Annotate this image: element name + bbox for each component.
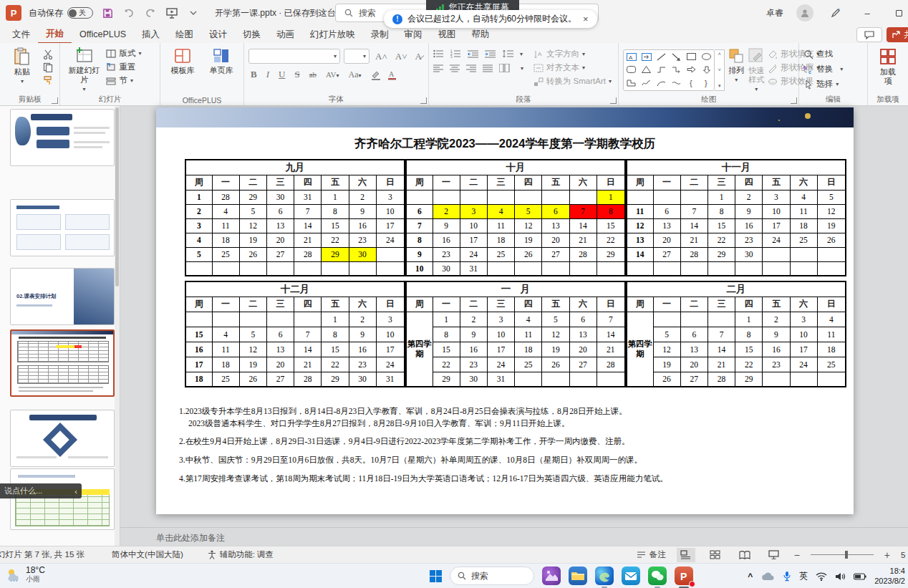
arrange-button[interactable]: 排列▾ xyxy=(728,46,745,83)
ribbon-tab-11[interactable]: 审阅 xyxy=(397,26,430,43)
task-view-icon[interactable] xyxy=(542,567,561,585)
slide-thumbnail[interactable] xyxy=(10,468,115,530)
align-center-icon[interactable] xyxy=(450,64,460,72)
slide-thumbnail[interactable]: 02.课表安排计划 xyxy=(10,268,115,325)
notes-placeholder[interactable]: 单击此处添加备注 xyxy=(156,532,225,544)
smartart-button[interactable]: 转换为 SmartArt▾ xyxy=(533,76,612,87)
clock[interactable]: 18:4 2023/8/2 xyxy=(874,567,905,587)
font-dialog-launcher[interactable] xyxy=(420,97,427,104)
normal-view-button[interactable] xyxy=(677,548,695,562)
format-painter-icon[interactable] xyxy=(43,75,53,85)
slideshow-view-button[interactable] xyxy=(765,548,783,562)
ribbon-tab-4[interactable]: 插入 xyxy=(134,26,168,43)
numbering-icon[interactable]: 123 xyxy=(450,49,461,58)
collapse-icon[interactable]: ‹ xyxy=(74,487,77,496)
slide-thumbnail[interactable] xyxy=(10,109,115,166)
weather-widget[interactable]: 18°C 小雨 xyxy=(6,566,45,583)
start-button[interactable] xyxy=(430,570,442,582)
ribbon-tab-10[interactable]: 录制 xyxy=(363,26,397,43)
columns-icon[interactable] xyxy=(499,64,510,72)
ribbon-tab-6[interactable]: 设计 xyxy=(201,26,235,43)
taskbar-search[interactable]: 搜索 xyxy=(450,567,534,585)
calendar-month-october[interactable]: 十月周一二三四五六日162345678791011121314158161718… xyxy=(405,159,626,276)
zoom-percentage[interactable]: 5 xyxy=(901,551,908,559)
subscript-button[interactable]: ab xyxy=(307,70,319,79)
calendar-month-september[interactable]: 九月周一二三四五六日128293031123245678910311121314… xyxy=(185,159,405,276)
comments-button[interactable] xyxy=(856,27,882,42)
highlight-pen-icon[interactable] xyxy=(370,69,382,80)
align-right-icon[interactable] xyxy=(466,64,476,72)
ribbon-tab-2[interactable]: 开始 xyxy=(38,26,72,44)
minimize-button[interactable]: – xyxy=(858,4,876,22)
shrink-font-button[interactable]: A˅ xyxy=(393,51,410,62)
ribbon-tab-7[interactable]: 切换 xyxy=(235,26,269,43)
decrease-indent-icon[interactable] xyxy=(468,49,478,58)
bullets-icon[interactable] xyxy=(433,49,444,58)
cut-icon[interactable] xyxy=(43,49,53,59)
text-direction-button[interactable]: A 文字方向▾ xyxy=(533,49,612,59)
italic-button[interactable]: I xyxy=(264,69,271,80)
ribbon-tab-13[interactable]: 帮助 xyxy=(464,26,498,43)
ribbon-tab-9[interactable]: 幻灯片放映 xyxy=(302,26,363,43)
ribbon-tab-8[interactable]: 动画 xyxy=(269,26,302,43)
notes-splitter[interactable] xyxy=(120,527,908,528)
calendar-month-december[interactable]: 十二月周一二三四五六日12315456789101611121314151617… xyxy=(185,281,405,387)
start-slideshow-icon[interactable] xyxy=(165,6,179,20)
onedrive-icon[interactable] xyxy=(760,572,775,581)
ribbon-tab-1[interactable]: 文件 xyxy=(4,26,38,43)
accessibility-indicator[interactable]: 辅助功能: 调查 xyxy=(208,549,274,560)
microphone-icon[interactable] xyxy=(783,571,791,582)
ime-indicator[interactable]: 英 xyxy=(799,570,808,582)
zoom-slider[interactable] xyxy=(811,554,874,555)
shape-gallery-scroll[interactable]: ˄˅▾ xyxy=(715,49,725,91)
calendar-month-january[interactable]: 一 月周一二三四五六日第四学期1234567891011121314151617… xyxy=(405,281,626,387)
autosave-toggle[interactable]: 自动保存 关 xyxy=(29,7,93,19)
meeting-chat-overlay[interactable]: 说点什么... ‹ xyxy=(0,483,82,498)
volume-icon[interactable] xyxy=(835,572,846,581)
slide-thumbnail[interactable] xyxy=(10,410,115,467)
clipboard-dialog-launcher[interactable] xyxy=(52,97,58,104)
slide-thumbnail[interactable] xyxy=(10,199,115,256)
redo-icon[interactable] xyxy=(143,6,158,20)
line-spacing-icon[interactable] xyxy=(502,49,513,58)
file-explorer-icon[interactable] xyxy=(569,567,587,585)
paste-button[interactable]: 粘贴▾ xyxy=(4,46,40,85)
wechat-icon[interactable] xyxy=(648,567,667,585)
ribbon-tab-3[interactable]: OfficePLUS xyxy=(72,27,134,42)
current-slide[interactable]: 齐齐哈尔工程学院2023——2024学年度第一学期教学校历 九月周一二三四五六日… xyxy=(156,107,854,514)
tray-expand-icon[interactable]: ^ xyxy=(748,572,753,582)
layout-button[interactable]: 版式▾ xyxy=(106,48,141,59)
single-page-library-button[interactable]: 单页库 xyxy=(203,46,239,75)
font-name-select[interactable]: ▾ xyxy=(248,49,340,64)
edge-browser-icon[interactable] xyxy=(595,567,614,585)
change-case-button[interactable]: Aa▾ xyxy=(347,69,364,80)
battery-icon[interactable] xyxy=(854,573,866,580)
quick-styles-button[interactable]: 快速样式▾ xyxy=(748,46,765,92)
reading-view-button[interactable] xyxy=(735,548,754,562)
align-text-button[interactable]: 对齐文本▾ xyxy=(533,62,612,73)
new-slide-button[interactable]: 新建幻灯片▾ xyxy=(64,46,103,92)
thumbnail-scrollbar[interactable] xyxy=(115,106,120,546)
increase-indent-icon[interactable] xyxy=(485,49,496,58)
grow-font-button[interactable]: A˄ xyxy=(373,51,390,62)
slide-number-indicator[interactable]: 幻灯片 第 7 张, 共 15 张 xyxy=(0,549,84,560)
font-color-button[interactable]: A xyxy=(387,69,397,80)
restore-button[interactable] xyxy=(889,4,908,22)
clear-formatting-button[interactable]: A̷ xyxy=(413,51,424,62)
drawing-dialog-launcher[interactable] xyxy=(791,97,797,104)
align-left-icon[interactable] xyxy=(433,64,443,72)
addins-button[interactable]: 加载项 xyxy=(872,46,904,86)
select-button[interactable]: 选择▾ xyxy=(803,79,843,90)
wifi-icon[interactable] xyxy=(816,572,827,581)
section-button[interactable]: 节▾ xyxy=(106,75,141,86)
shape-gallery[interactable]: A { } xyxy=(623,49,715,91)
character-spacing-button[interactable]: AV▾ xyxy=(324,70,342,79)
toast-close-icon[interactable]: × xyxy=(583,14,589,24)
slide-sorter-view-button[interactable] xyxy=(706,548,725,562)
ribbon-tab-5[interactable]: 绘图 xyxy=(168,26,201,43)
replace-button[interactable]: bc 替换▾ xyxy=(803,64,843,74)
slide-thumbnail-current[interactable] xyxy=(10,329,115,397)
calendar-month-november[interactable]: 十一月周一二三四五六日12345116789101112121314151617… xyxy=(626,159,846,276)
calendar-month-february[interactable]: 二月周一二三四五六日第四学期12345678910111213141516171… xyxy=(626,281,846,387)
underline-button[interactable]: U xyxy=(276,69,287,80)
